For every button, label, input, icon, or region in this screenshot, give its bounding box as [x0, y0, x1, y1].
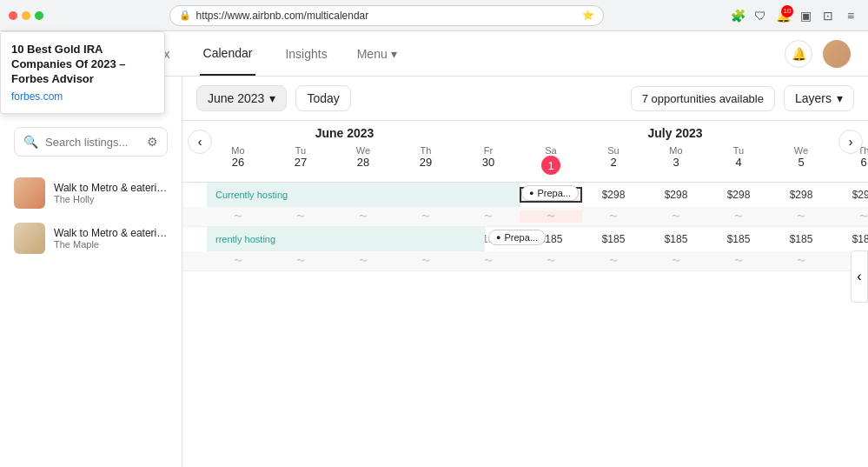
layers-label: Layers	[795, 91, 832, 105]
price-jul2-l1[interactable]: $298	[582, 189, 645, 201]
trend-j27-l2: 〜	[269, 255, 332, 267]
price-jul5-l1[interactable]: $298	[770, 189, 832, 201]
trend-jul5-l1: 〜	[770, 210, 832, 223]
listing-item-2[interactable]: Walk to Metro & eateries; private p... T…	[14, 216, 168, 261]
popup-url: forbes.com	[11, 90, 154, 103]
window-icon[interactable]: ⊡	[819, 7, 837, 24]
day-th-29: Th 29	[394, 140, 457, 182]
day-fr-30: Fr 30	[457, 140, 520, 182]
listing-thumb-2	[14, 223, 45, 254]
trend-jul5-l2: 〜	[770, 255, 832, 267]
day-su-2: Su 2	[582, 140, 645, 182]
price-j26-l1[interactable]: $298	[207, 189, 269, 201]
listing1-trend-row: 〜 〜 〜 〜 〜 〜 〜 〜 〜 〜 〜 〜	[182, 207, 868, 226]
trend-jul3-l1: 〜	[645, 210, 707, 223]
notification-icon[interactable]: 🔔 10	[774, 7, 792, 24]
search-icon: 🔍	[23, 135, 38, 149]
listing-info-1: Walk to Metro & eateries/private p... Th…	[54, 182, 168, 204]
url-text: https://www.airbnb.com/multicalendar	[196, 10, 369, 22]
price-j27-l2[interactable]: $185	[269, 233, 332, 245]
price-jul6-l1[interactable]: $298	[832, 189, 868, 201]
price-jul6-l2[interactable]: $185	[832, 233, 868, 245]
opportunities-button[interactable]: 7 opportunities available	[631, 86, 775, 111]
trend-jul1-l2: 〜	[520, 255, 582, 267]
listing-info-2: Walk to Metro & eateries; private p... T…	[54, 227, 168, 250]
bell-button[interactable]: 🔔	[785, 40, 812, 68]
month-select-label: June 2023	[208, 91, 264, 105]
right-edge-scroll[interactable]: ‹	[851, 250, 868, 303]
month-select-arrow: ▾	[269, 91, 275, 105]
day-we-28: We 28	[332, 140, 394, 182]
shield-icon[interactable]: 🛡	[752, 7, 769, 24]
price-j29-l2[interactable]: $185	[394, 233, 457, 245]
day-tu-4: Tu 4	[707, 140, 770, 182]
months-row: June 2023 July 2023	[182, 121, 868, 140]
prev-month-button[interactable]: ‹	[188, 130, 212, 154]
trend-jul3-l2: 〜	[645, 255, 707, 267]
trend-jul1-l1: 〜	[520, 210, 582, 223]
listing-name-1: Walk to Metro & eateries/private p...	[54, 182, 168, 194]
price-j26-l2[interactable]: $185	[207, 233, 269, 245]
sidebar-toggle-icon[interactable]: ▣	[797, 7, 814, 24]
extension-icon[interactable]: 🧩	[729, 7, 746, 24]
trend-j29-l1: 〜	[394, 210, 457, 223]
calendar-area: June 2023 ▾ Today 7 opportunities availa…	[182, 77, 868, 467]
calendar-header: June 2023 July 2023 Mo 26 Tu 27	[182, 121, 868, 183]
month-select-button[interactable]: June 2023 ▾	[196, 85, 287, 111]
search-bar: 🔍 ⚙	[14, 127, 168, 157]
prep-tag-1: ● Prepa...	[521, 185, 579, 201]
price-j30-l1[interactable]: $298	[457, 189, 520, 201]
day-mo-26: Mo 26	[207, 140, 269, 182]
july-header: July 2023	[482, 126, 868, 140]
price-jul5-l2[interactable]: $185	[770, 233, 832, 245]
popup-overlay: 10 Best Gold IRA Companies Of 2023 – For…	[0, 31, 165, 114]
main-content: 2 listings 🔍 ⚙ Walk to Metro & eateries/…	[0, 77, 868, 467]
today-button[interactable]: Today	[295, 85, 350, 111]
day-sa-1: Sa 1	[520, 140, 582, 182]
filter-icon[interactable]: ⚙	[147, 135, 158, 149]
browser-bar: 🔒 https://www.airbnb.com/multicalendar ⭐…	[0, 0, 868, 31]
listing-name-2: Walk to Metro & eateries; private p...	[54, 227, 168, 239]
price-j28-l1[interactable]: $298	[332, 189, 394, 201]
menu-icon[interactable]: ≡	[842, 7, 859, 24]
june-header: June 2023	[207, 126, 482, 140]
trend-j28-l2: 〜	[332, 255, 394, 267]
trend-j27-l1: 〜	[269, 210, 332, 223]
days-row: Mo 26 Tu 27 We 28 Th 29	[182, 140, 868, 182]
listing-sub-1: The Holly	[54, 194, 168, 204]
next-month-button[interactable]: ›	[838, 130, 863, 154]
price-jul3-l1[interactable]: $298	[645, 189, 707, 201]
trend-jul4-l1: 〜	[707, 210, 770, 223]
price-jul4-l2[interactable]: $185	[707, 233, 770, 245]
price-jul2-l2[interactable]: $185	[582, 233, 645, 245]
calendar-grid: ‹ › June 2023 July 2023	[182, 121, 868, 467]
user-avatar[interactable]	[823, 40, 851, 68]
listing-item-1[interactable]: Walk to Metro & eateries/private p... Th…	[14, 170, 168, 216]
browser-icons: 🧩 🛡 🔔 10 ▣ ⊡ ≡	[729, 7, 859, 24]
day-we-5: We 5	[770, 140, 832, 182]
trend-jul6-l1: 〜	[832, 210, 868, 223]
layers-button[interactable]: Layers ▾	[784, 85, 854, 111]
search-input[interactable]	[45, 136, 140, 149]
nav-menu-label: Menu	[357, 47, 388, 61]
trend-jul2-l1: 〜	[582, 210, 645, 223]
sidebar: 2 listings 🔍 ⚙ Walk to Metro & eateries/…	[0, 77, 182, 467]
nav-insights[interactable]: Insights	[282, 33, 330, 75]
day-tu-27: Tu 27	[269, 140, 332, 182]
listing-thumb-1	[14, 177, 45, 209]
price-jul4-l1[interactable]: $298	[707, 189, 770, 201]
nav-menu[interactable]: Menu ▾	[357, 47, 397, 61]
price-jul3-l2[interactable]: $185	[645, 233, 707, 245]
price-j27-l1[interactable]: $298	[269, 189, 332, 201]
trend-j30-l2: 〜	[457, 255, 520, 267]
nav-right: 🔔	[785, 40, 851, 68]
price-j28-l2[interactable]: $185	[332, 233, 394, 245]
nav-calendar[interactable]: Calendar	[200, 32, 256, 76]
calendar-toolbar: June 2023 ▾ Today 7 opportunities availa…	[182, 77, 868, 121]
notification-badge: 10	[781, 5, 793, 17]
url-bar[interactable]: 🔒 https://www.airbnb.com/multicalendar ⭐	[169, 5, 604, 26]
nav-menu-arrow: ▾	[391, 47, 397, 61]
trend-jul4-l2: 〜	[707, 255, 770, 267]
listing2-price-row: rrently hosting ● Prepa... $185 $185 $18…	[182, 227, 868, 251]
price-j29-l1[interactable]: $298	[394, 189, 457, 201]
